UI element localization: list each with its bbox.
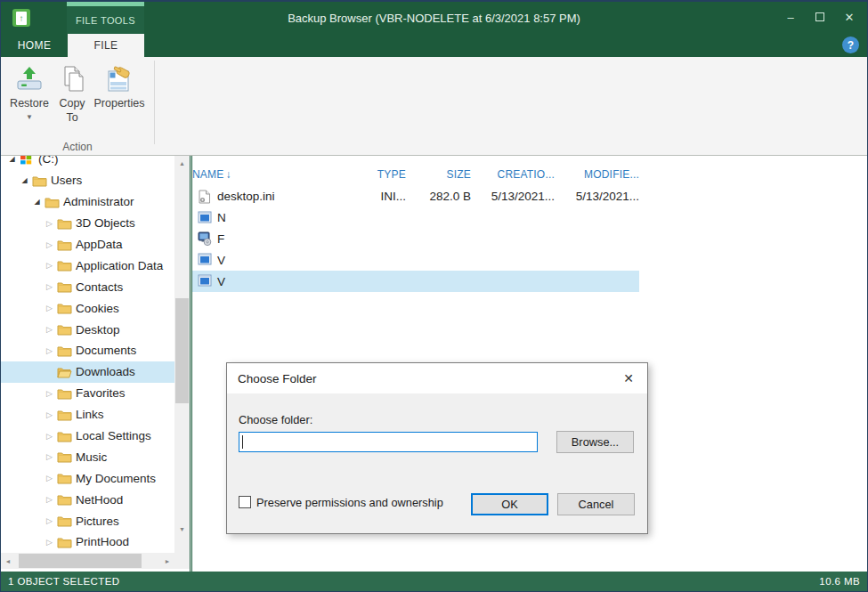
expand-icon[interactable]: ▷ <box>44 432 55 441</box>
tree-item-label: Local Settings <box>76 429 151 442</box>
browse-button[interactable]: Browse... <box>556 431 634 453</box>
installer-file-icon <box>198 231 212 246</box>
ribbon: Restore ▼ Copy To Properties Action <box>1 57 867 156</box>
tree-item-label: Contacts <box>76 280 123 294</box>
tab-file[interactable]: FILE <box>68 34 144 57</box>
folder-icon <box>57 323 72 336</box>
folder-icon <box>57 280 72 293</box>
ok-button[interactable]: OK <box>471 493 548 515</box>
expand-icon[interactable]: ▷ <box>44 538 55 547</box>
choose-folder-input[interactable] <box>239 432 538 452</box>
status-size-text: 10.6 MB <box>812 576 867 587</box>
expand-icon[interactable]: ▷ <box>44 452 55 461</box>
tree-item-nethood[interactable]: ▷NetHood <box>1 489 174 510</box>
file-created: 5/13/2021... <box>471 190 555 203</box>
file-row-n[interactable]: N <box>192 207 639 229</box>
file-row-v[interactable]: V <box>192 249 639 271</box>
file-size: 282.0 B <box>406 190 471 203</box>
tree-item-users[interactable]: ◢Users <box>1 170 174 191</box>
expand-icon[interactable]: ▷ <box>44 474 55 483</box>
tree-item-label: Documents <box>76 344 136 357</box>
tree-item-label: Downloads <box>76 365 135 378</box>
tree-item-printhood[interactable]: ▷PrintHood <box>1 531 174 553</box>
properties-button[interactable]: Properties <box>92 61 147 139</box>
tree-item-label: 3D Objects <box>76 216 135 230</box>
file-row-v[interactable]: V <box>192 271 639 292</box>
tree-item-links[interactable]: ▷Links <box>1 404 174 426</box>
tree-item-pictures[interactable]: ▷Pictures <box>1 510 174 531</box>
tree-hscroll-thumb[interactable] <box>19 554 142 568</box>
preserve-permissions-checkbox[interactable] <box>239 496 251 508</box>
file-name: F <box>217 232 224 246</box>
scroll-down-icon[interactable]: ▼ <box>174 522 190 536</box>
tree-item-administrator[interactable]: ◢Administrator <box>1 191 174 213</box>
tree-item-c[interactable]: ◢(C:) <box>1 156 174 170</box>
collapse-icon[interactable]: ◢ <box>31 198 43 206</box>
status-selection-text: 1 OBJECT SELECTED <box>1 576 126 587</box>
tree-item-label: (C:) <box>38 156 59 166</box>
text-caret <box>242 435 243 449</box>
expand-icon[interactable]: ▷ <box>44 389 55 398</box>
folder-tree-pane: ◢(C:)◢Users◢Administrator▷3D Objects▷App… <box>1 156 174 553</box>
contextual-tab-file-tools: FILE TOOLS <box>67 6 144 34</box>
expand-icon[interactable]: ▷ <box>44 346 55 355</box>
tree-vscroll-thumb[interactable] <box>175 298 189 403</box>
minimize-button[interactable]: – <box>782 9 799 25</box>
tree-item-label: Desktop <box>76 323 120 337</box>
file-row-f[interactable]: F <box>192 229 639 250</box>
tab-home[interactable]: HOME <box>1 34 68 57</box>
tree-item-cookies[interactable]: ▷Cookies <box>1 297 174 319</box>
expand-icon[interactable]: ▷ <box>44 219 55 228</box>
tree-item-3d-objects[interactable]: ▷3D Objects <box>1 213 174 234</box>
folder-icon <box>45 196 60 208</box>
app-logo-icon: ↑ <box>12 9 30 27</box>
tree-item-label: Pictures <box>76 515 119 528</box>
scroll-right-icon[interactable]: ► <box>160 553 174 569</box>
tree-item-my-documents[interactable]: ▷My Documents <box>1 467 174 489</box>
expand-icon[interactable]: ▷ <box>44 304 55 312</box>
scroll-left-icon[interactable]: ◄ <box>1 553 15 569</box>
tree-item-downloads[interactable]: Downloads <box>1 361 174 383</box>
expand-icon[interactable]: ▷ <box>44 261 55 270</box>
copy-to-button[interactable]: Copy To <box>53 61 92 139</box>
tree-horizontal-scrollbar[interactable]: ◄ ► <box>1 553 190 569</box>
expand-icon[interactable]: ▷ <box>44 410 55 419</box>
file-name: desktop.ini <box>217 190 275 203</box>
column-header-modified[interactable]: MODIFIE... <box>555 168 639 181</box>
tree-item-documents[interactable]: ▷Documents <box>1 340 174 361</box>
tree-item-contacts[interactable]: ▷Contacts <box>1 276 174 297</box>
expand-icon[interactable]: ▷ <box>44 516 55 525</box>
column-header-size[interactable]: SIZE <box>406 168 471 181</box>
expand-icon[interactable]: ▷ <box>44 282 55 291</box>
column-header-type[interactable]: TYPE <box>372 168 406 181</box>
tree-item-local-settings[interactable]: ▷Local Settings <box>1 426 174 447</box>
close-button[interactable]: ✕ <box>840 9 858 25</box>
column-header-creation[interactable]: CREATIO... <box>471 168 555 181</box>
tree-vertical-scrollbar[interactable]: ▲ ▼ <box>174 156 190 553</box>
maximize-button[interactable] <box>811 9 829 25</box>
restore-button[interactable]: Restore ▼ <box>8 61 51 139</box>
tree-item-label: My Documents <box>76 472 156 485</box>
tree-item-desktop[interactable]: ▷Desktop <box>1 319 174 340</box>
collapse-icon[interactable]: ◢ <box>19 176 30 184</box>
tree-item-music[interactable]: ▷Music <box>1 446 174 467</box>
tree-item-application-data[interactable]: ▷Application Data <box>1 255 174 276</box>
dialog-close-button[interactable]: ✕ <box>617 369 640 388</box>
cancel-button[interactable]: Cancel <box>557 493 635 515</box>
column-header-name[interactable]: NAME↓ <box>192 168 372 181</box>
tree-item-appdata[interactable]: ▷AppData <box>1 234 174 255</box>
folder-icon <box>57 450 72 463</box>
scroll-up-icon[interactable]: ▲ <box>174 156 190 170</box>
folder-icon <box>32 174 47 187</box>
file-row-desktop-ini[interactable]: desktop.iniINI...282.0 B5/13/2021...5/13… <box>192 186 639 207</box>
collapse-icon[interactable]: ◢ <box>6 156 18 163</box>
app-file-icon <box>198 274 212 288</box>
expand-icon[interactable]: ▷ <box>44 325 55 334</box>
ribbon-tab-row: HOME FILE ? <box>1 34 867 57</box>
preserve-permissions-label[interactable]: Preserve permissions and ownership <box>256 496 443 509</box>
expand-icon[interactable]: ▷ <box>44 240 55 249</box>
tree-item-favorites[interactable]: ▷Favorites <box>1 383 174 404</box>
app-file-icon <box>198 253 212 267</box>
expand-icon[interactable]: ▷ <box>44 495 55 504</box>
help-button[interactable]: ? <box>842 36 859 53</box>
